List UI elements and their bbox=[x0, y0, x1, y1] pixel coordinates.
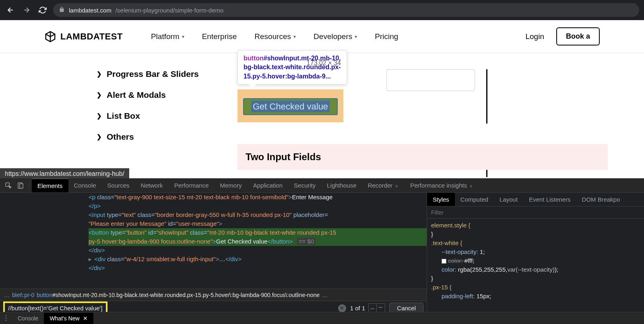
divider bbox=[486, 170, 487, 177]
experimental-icon: ▲ bbox=[469, 183, 473, 188]
tooltip-dimensions: 173.02 × 34 bbox=[307, 59, 341, 68]
tab-performance[interactable]: Performance bbox=[169, 179, 215, 192]
chevron-down-icon: ▾ bbox=[182, 34, 184, 39]
browser-toolbar: lambdatest.com/selenium-playground/simpl… bbox=[0, 0, 644, 20]
chevron-right-icon: ❯ bbox=[97, 133, 102, 140]
styles-tab-events[interactable]: Event Listeners bbox=[523, 193, 576, 206]
nav-enterprise[interactable]: Enterprise bbox=[202, 32, 237, 41]
nav-developers[interactable]: Developers▾ bbox=[314, 32, 357, 41]
sidebar-item-others[interactable]: ❯Others bbox=[97, 126, 233, 147]
nav-resources[interactable]: Resources▾ bbox=[254, 32, 296, 41]
tab-elements[interactable]: Elements bbox=[32, 178, 68, 192]
styles-tab-layout[interactable]: Layout bbox=[494, 193, 523, 206]
styles-tab-computed[interactable]: Computed bbox=[455, 193, 494, 206]
lock-icon bbox=[59, 6, 65, 14]
element-inspect-tooltip: button#showInput.mt-20.mb-10. bg-black.t… bbox=[237, 50, 347, 85]
address-bar[interactable]: lambdatest.com/selenium-playground/simpl… bbox=[53, 3, 639, 17]
styles-tab-dombp[interactable]: DOM Breakpo bbox=[576, 193, 626, 206]
inspect-element-icon[interactable] bbox=[2, 180, 14, 192]
sidebar-item-listbox[interactable]: ❯List Box bbox=[97, 105, 233, 126]
hover-url-status: https://www.lambdatest.com/learning-hub/ bbox=[0, 168, 129, 180]
styles-tab-styles[interactable]: Styles bbox=[427, 193, 455, 206]
dom-tree[interactable]: <p class="text-gray-900 text-size-15 mt-… bbox=[0, 193, 427, 289]
search-next-button[interactable]: ﹀ bbox=[377, 304, 385, 313]
sidebar-item-progress[interactable]: ❯Progress Bar & Sliders bbox=[97, 64, 233, 85]
main-nav: Platform▾ Enterprise Resources▾ Develope… bbox=[151, 32, 398, 41]
tab-application[interactable]: Application bbox=[248, 179, 288, 192]
chevron-right-icon: ❯ bbox=[97, 112, 102, 120]
two-input-fields-heading: Two Input Fields bbox=[237, 144, 608, 170]
devtools-panel: Elements Console Sources Network Perform… bbox=[0, 178, 644, 315]
chevron-right-icon: ❯ bbox=[97, 70, 102, 78]
get-checked-value-button[interactable]: Get Checked value bbox=[243, 98, 338, 115]
forward-button[interactable] bbox=[21, 4, 32, 16]
divider bbox=[486, 69, 487, 124]
tab-memory[interactable]: Memory bbox=[215, 179, 248, 192]
dom-breadcrumb[interactable]: … blet\:pr-0 button#showInput.mt-20.mb-1… bbox=[0, 289, 427, 301]
tab-recorder[interactable]: Recorder ▲ bbox=[362, 179, 405, 192]
sidebar: ❯Progress Bar & Sliders ❯Alert & Modals … bbox=[0, 53, 233, 174]
url-host: lambdatest.com bbox=[69, 7, 111, 14]
styles-panel: Styles Computed Layout Event Listeners D… bbox=[427, 193, 644, 315]
search-prev-button[interactable]: ︿ bbox=[369, 304, 377, 313]
site-header: LAMBDATEST Platform▾ Enterprise Resource… bbox=[0, 20, 644, 53]
search-match-count: 1 of 1 ︿ ﹀ bbox=[350, 303, 386, 313]
tab-console[interactable]: Console bbox=[68, 179, 102, 192]
svg-rect-2 bbox=[20, 184, 23, 188]
drawer-tab-whatsnew[interactable]: What's New✕ bbox=[44, 313, 93, 324]
tab-sources[interactable]: Sources bbox=[102, 179, 135, 192]
logo-text: LAMBDATEST bbox=[60, 31, 123, 42]
devtools-tabbar: Elements Console Sources Network Perform… bbox=[0, 178, 644, 193]
css-rules[interactable]: element.style {}.text-white {--text-opac… bbox=[427, 219, 644, 315]
url-path: /selenium-playground/simple-form-demo bbox=[116, 7, 223, 14]
chevron-right-icon: ❯ bbox=[97, 91, 102, 99]
inspect-highlight-box: Get Checked value bbox=[237, 89, 343, 122]
clear-search-icon[interactable]: ✕ bbox=[338, 304, 346, 312]
styles-filter-row bbox=[427, 206, 644, 219]
nav-pricing[interactable]: Pricing bbox=[375, 32, 398, 41]
tab-security[interactable]: Security bbox=[288, 179, 321, 192]
main-content: button#showInput.mt-20.mb-10. bg-black.t… bbox=[233, 53, 644, 174]
back-button[interactable] bbox=[5, 4, 16, 16]
styles-filter-input[interactable] bbox=[431, 209, 640, 216]
text-input-partial[interactable] bbox=[386, 69, 475, 91]
book-demo-button[interactable]: Book a bbox=[556, 27, 600, 45]
device-toolbar-icon[interactable] bbox=[14, 180, 27, 192]
elements-panel: <p class="text-gray-900 text-size-15 mt-… bbox=[0, 193, 427, 315]
styles-tabbar: Styles Computed Layout Event Listeners D… bbox=[427, 193, 644, 206]
logo[interactable]: LAMBDATEST bbox=[44, 31, 123, 43]
tab-lighthouse[interactable]: Lighthouse bbox=[321, 179, 362, 192]
login-link[interactable]: Login bbox=[525, 32, 544, 41]
experimental-icon: ▲ bbox=[394, 183, 399, 188]
drawer-menu-icon[interactable]: ⋮ bbox=[0, 314, 12, 322]
tab-network[interactable]: Network bbox=[135, 179, 169, 192]
devtools-drawer: ⋮ Console What's New✕ bbox=[0, 312, 644, 324]
sidebar-item-alerts[interactable]: ❯Alert & Modals bbox=[97, 85, 233, 105]
drawer-tab-console[interactable]: Console bbox=[12, 313, 44, 324]
nav-platform[interactable]: Platform▾ bbox=[151, 32, 184, 41]
close-icon[interactable]: ✕ bbox=[83, 315, 88, 322]
tab-perf-insights[interactable]: Performance insights ▲ bbox=[405, 179, 479, 192]
chevron-down-icon: ▾ bbox=[355, 34, 357, 39]
reload-button[interactable] bbox=[37, 4, 48, 16]
chevron-down-icon: ▾ bbox=[293, 34, 296, 39]
page-body: ❯Progress Bar & Sliders ❯Alert & Modals … bbox=[0, 53, 644, 174]
